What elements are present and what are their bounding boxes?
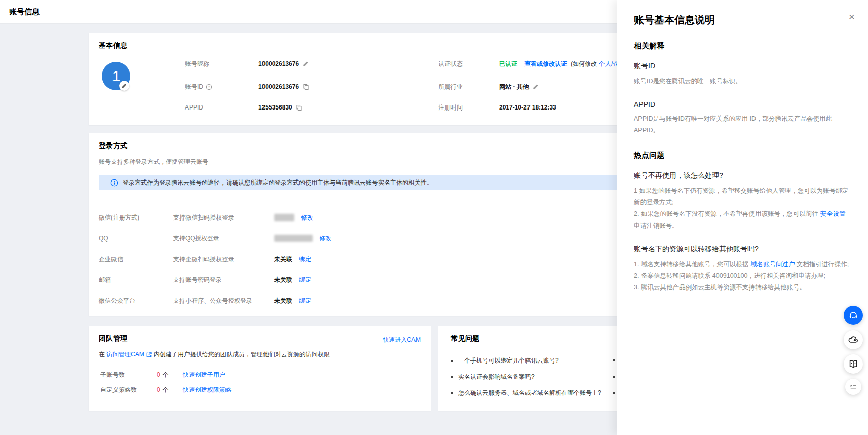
section-explain-heading: 相关解释 — [634, 41, 850, 51]
faq-item[interactable]: 实名认证会影响域名备案吗? — [451, 373, 535, 381]
floating-toolbar — [844, 306, 863, 395]
hot-q1-p1: 1 如果您的账号名下仍有资源，希望移交账号给他人管理，您可以为账号绑定新的登录方… — [634, 185, 850, 208]
copy-appid-icon[interactable] — [296, 104, 303, 111]
bullet-icon — [451, 392, 453, 394]
basic-info-title: 基本信息 — [99, 41, 127, 50]
explain-account-id-body: 账号ID是您在腾讯云的唯一账号标识。 — [634, 76, 850, 87]
feedback-survey-button[interactable] — [845, 379, 861, 395]
info-icon — [110, 179, 118, 187]
custom-policy-row: 自定义策略数 0 个 快速创建权限策略 — [100, 386, 232, 394]
team-desc-suffix: 内创建子用户提供给您的团队成员，管理他们对云资源的访问权限 — [154, 350, 330, 359]
bullet-icon — [613, 392, 615, 394]
appid-value: 1255356830 — [258, 104, 292, 111]
auth-extra-link[interactable]: 个人/企 — [599, 60, 619, 68]
help-panel-title: 账号基本信息说明 — [634, 13, 850, 27]
explain-account-id-sub: 账号ID — [634, 62, 850, 71]
hot-q2-l3: 3. 腾讯云其他产品例如云主机等资源不支持转移给其他账号。 — [634, 282, 850, 294]
hot-q1-p2-post: 申请注销账号。 — [634, 222, 678, 229]
team-title: 团队管理 — [99, 334, 127, 343]
team-management-card: 团队管理 快速进入CAM 在 访问管理CAM 内创建子用户提供给您的团队成员，管… — [89, 326, 431, 411]
survey-list-icon — [849, 382, 858, 391]
bind-wecom-link[interactable]: 绑定 — [299, 255, 311, 264]
hot-q1-p2-pre: 2. 如果您的账号名下没有资源，不希望再使用该账号，您可以前往 — [634, 210, 820, 218]
edit-nickname-icon[interactable] — [303, 61, 309, 67]
help-icon[interactable]: ? — [206, 84, 212, 90]
domain-transfer-link[interactable]: 域名账号间过户 — [750, 261, 795, 268]
login-banner-text: 登录方式作为登录腾讯云账号的途径，请确认您所绑定的登录方式的使用主体与当前腾讯云… — [123, 178, 433, 187]
masked-value — [274, 214, 294, 221]
industry-value: 网站 - 其他 — [499, 83, 529, 91]
external-link-icon[interactable] — [146, 352, 152, 358]
cloud-bell-icon — [848, 334, 859, 345]
nickname-value: 100002613676 — [258, 60, 299, 67]
account-id-label: 账号ID — [185, 83, 203, 91]
regtime-value: 2017-10-27 18:12:33 — [499, 104, 556, 111]
bullet-icon — [451, 360, 453, 362]
hot-q1-sub: 账号不再使用，该怎么处理? — [634, 171, 850, 180]
headset-icon — [848, 310, 859, 321]
bullet-icon — [613, 376, 615, 378]
page-title: 账号信息 — [9, 7, 40, 17]
close-icon[interactable]: × — [849, 11, 855, 22]
edit-pencil-icon — [122, 83, 127, 88]
modify-wechat-link[interactable]: 修改 — [301, 213, 313, 222]
avatar-edit-button[interactable] — [119, 81, 129, 91]
account-id-value: 100002613676 — [258, 83, 299, 90]
notification-cloud-button[interactable] — [844, 330, 863, 349]
section-hot-heading: 热点问题 — [634, 151, 850, 160]
login-methods-title: 登录方式 — [99, 141, 127, 151]
customer-service-button[interactable] — [844, 306, 863, 325]
nickname-label: 账号昵称 — [185, 59, 209, 68]
hot-q2-l1-post: 文档指引进行操作; — [795, 261, 849, 268]
sub-account-count: 0 — [157, 371, 160, 378]
status-unlinked: 未关联 — [274, 276, 292, 284]
faq-title: 常见问题 — [451, 334, 479, 343]
create-policy-link[interactable]: 快速创建权限策略 — [183, 386, 232, 394]
avatar-text: 1 — [112, 67, 121, 85]
view-modify-auth-link[interactable]: 查看或修改认证 — [524, 60, 567, 68]
security-settings-link[interactable]: 安全设置 — [820, 210, 845, 218]
status-unlinked: 未关联 — [274, 255, 292, 264]
login-methods-subtitle: 账号支持多种登录方式，便捷管理云账号 — [99, 158, 208, 166]
hot-q2-sub: 账号名下的资源可以转移给其他账号吗? — [634, 245, 850, 254]
faq-item[interactable]: 一个手机号可以绑定几个腾讯云账号? — [451, 356, 559, 365]
explain-appid-sub: APPID — [634, 100, 850, 108]
create-sub-user-link[interactable]: 快速创建子用户 — [183, 371, 225, 379]
faq-item[interactable]: 怎么确认云服务器、域名或者域名解析在哪个账号上? — [451, 389, 601, 397]
documentation-button[interactable] — [844, 354, 863, 374]
help-panel: × 账号基本信息说明 相关解释 账号ID 账号ID是您在腾讯云的唯一账号标识。 … — [617, 0, 868, 435]
regtime-label: 注册时间 — [438, 103, 463, 112]
modify-qq-link[interactable]: 修改 — [319, 234, 331, 243]
bullet-icon — [451, 376, 453, 378]
svg-text:?: ? — [208, 84, 210, 89]
bullet-icon — [613, 359, 615, 361]
hot-q2-l1-pre: 1. 域名支持转移给其他账号，您可以根据 — [634, 261, 750, 268]
auth-status-label: 认证状态 — [438, 59, 463, 68]
auth-extra-text: (如何修改 — [571, 60, 597, 68]
edit-industry-icon[interactable] — [533, 84, 539, 90]
team-desc-prefix: 在 — [99, 350, 105, 359]
sub-account-row: 子账号数 0 个 快速创建子用户 — [100, 371, 225, 379]
masked-value — [274, 235, 313, 242]
enter-cam-link[interactable]: 快速进入CAM — [383, 336, 421, 344]
appid-label: APPID — [185, 103, 203, 112]
hot-q2-l2: 2. 备案信息转移问题请联系 4009100100，进行相关咨询和申请办理; — [634, 270, 850, 282]
open-book-icon — [848, 358, 859, 370]
explain-appid-body: APPID是与账号ID有唯一对应关系的应用 ID，部分腾讯云产品会使用此 APP… — [634, 113, 850, 136]
cam-link[interactable]: 访问管理CAM — [106, 350, 144, 359]
bind-wechat-mp-link[interactable]: 绑定 — [299, 297, 311, 305]
status-unlinked: 未关联 — [274, 297, 292, 305]
bind-email-link[interactable]: 绑定 — [299, 276, 311, 284]
industry-label: 所属行业 — [438, 82, 463, 91]
auth-status-badge: 已认证 — [499, 60, 517, 68]
custom-policy-count: 0 — [157, 386, 160, 393]
copy-account-id-icon[interactable] — [303, 84, 309, 90]
